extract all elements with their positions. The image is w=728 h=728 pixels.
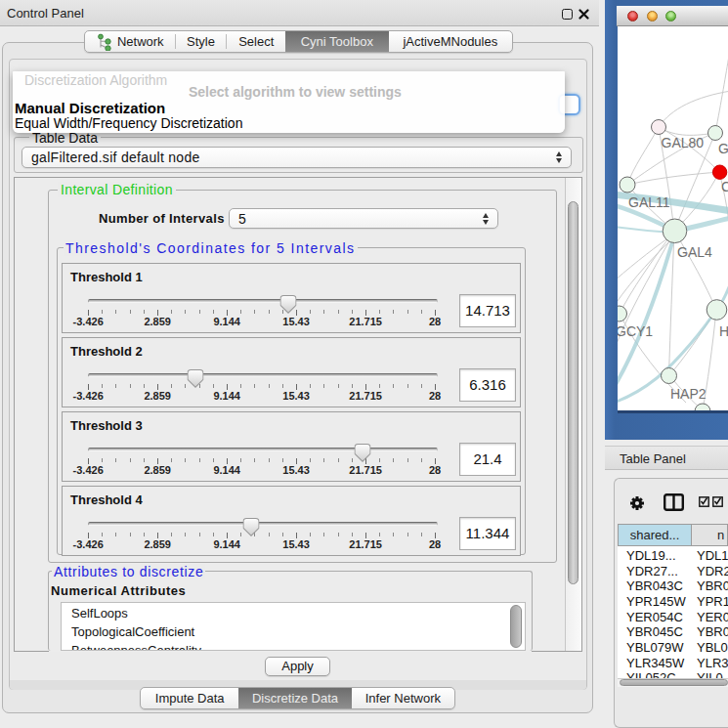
svg-text:H: H — [719, 323, 728, 339]
svg-text:GCY1: GCY1 — [618, 323, 653, 339]
svg-text:GAL11: GAL11 — [628, 194, 670, 210]
svg-text:GAL4: GAL4 — [677, 244, 712, 260]
svg-text:HAP2: HAP2 — [670, 386, 707, 402]
svg-text:GAL80: GAL80 — [662, 135, 705, 150]
svg-text:C: C — [721, 179, 728, 194]
svg-text:G.: G. — [718, 141, 728, 156]
